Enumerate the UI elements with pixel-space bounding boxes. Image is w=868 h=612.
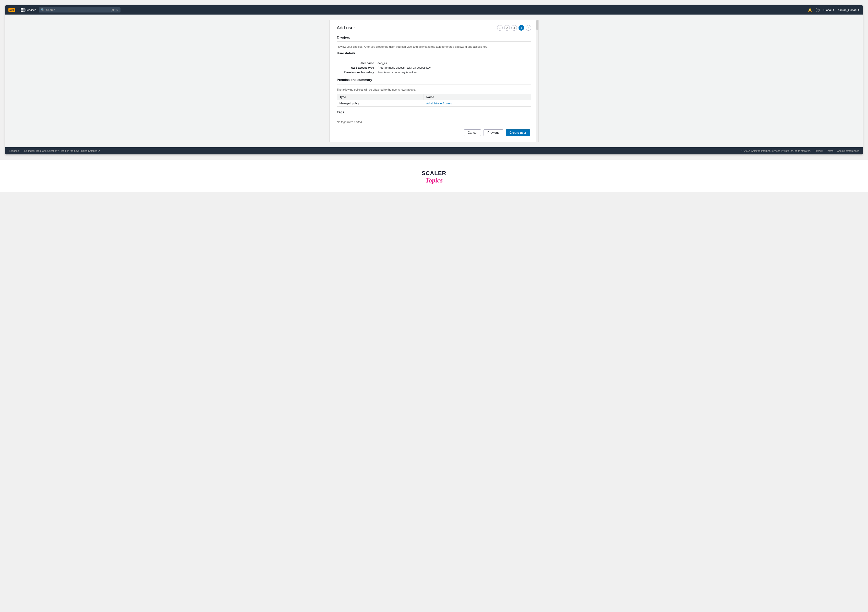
- add-user-header: Add user 1 2 3 4 5: [337, 25, 531, 31]
- access-type-label: AWS access type: [337, 66, 378, 69]
- feedback-link[interactable]: Feedback: [9, 150, 20, 152]
- scroll-thumb: [536, 20, 538, 30]
- privacy-link[interactable]: Privacy: [814, 150, 823, 152]
- detail-row-permissions-boundary: Permissions boundary Permissions boundar…: [337, 71, 531, 74]
- step-4-active: 4: [519, 25, 524, 31]
- footer: Feedback Looking for language selection?…: [5, 147, 863, 154]
- step-3: 3: [512, 25, 517, 31]
- scroll-indicator[interactable]: [536, 20, 538, 142]
- search-shortcut: [Alt+S]: [111, 9, 118, 11]
- review-divider: [337, 41, 531, 42]
- scaler-title: SCALER: [422, 170, 446, 177]
- access-type-value: Programmatic access - with an access key: [378, 66, 431, 69]
- col-name: Name: [423, 94, 531, 100]
- navbar: aws Services 🔍 [Alt+S] �: [5, 5, 863, 14]
- table-row: Managed policy AdministratorAccess: [337, 100, 531, 107]
- bell-icon[interactable]: 🔔: [808, 8, 812, 12]
- step-2: 2: [504, 25, 510, 31]
- username-label: User name: [337, 62, 378, 65]
- col-type: Type: [337, 94, 424, 100]
- permissions-summary-title: Permissions summary: [337, 78, 531, 82]
- services-label: Services: [26, 8, 36, 11]
- step-5: 5: [525, 25, 531, 31]
- review-title: Review: [337, 36, 531, 40]
- content-card: Add user 1 2 3 4 5 Review: [329, 20, 539, 142]
- search-icon: 🔍: [41, 8, 45, 12]
- user-caret: ▼: [857, 9, 860, 11]
- action-bar: Cancel Previous Create user: [330, 126, 538, 139]
- grid-icon: [21, 8, 25, 12]
- permissions-boundary-value: Permissions boundary is not set: [378, 71, 417, 74]
- step-1: 1: [497, 25, 503, 31]
- user-details-title: User details: [337, 51, 531, 55]
- region-selector[interactable]: Global ▼: [823, 8, 835, 11]
- navbar-right: 🔔 ? Global ▼ simran_kumari ▼: [808, 8, 860, 12]
- user-label: simran_kumari: [838, 8, 857, 11]
- terms-link[interactable]: Terms: [826, 150, 833, 152]
- permissions-boundary-label: Permissions boundary: [337, 71, 378, 74]
- scaler-topics-label: Topics: [425, 177, 443, 184]
- policy-name-cell[interactable]: AdministratorAccess: [423, 100, 531, 107]
- review-description: Review your choices. After you create th…: [337, 45, 531, 48]
- user-menu[interactable]: simran_kumari ▼: [838, 8, 860, 11]
- previous-button[interactable]: Previous: [484, 129, 503, 136]
- tags-title: Tags: [337, 110, 531, 114]
- permissions-summary-desc: The following policies will be attached …: [337, 88, 531, 91]
- search-bar[interactable]: 🔍 [Alt+S]: [39, 8, 121, 12]
- aws-logo[interactable]: aws: [8, 8, 16, 12]
- page-title: Add user: [337, 25, 355, 31]
- username-value: aws_cli: [378, 62, 387, 65]
- main-area: Add user 1 2 3 4 5 Review: [5, 14, 863, 147]
- permissions-table: Type Name Managed policy AdministratorAc…: [337, 94, 531, 107]
- detail-row-access-type: AWS access type Programmatic access - wi…: [337, 66, 531, 69]
- steps-container: 1 2 3 4 5: [497, 25, 531, 31]
- policy-type-cell: Managed policy: [337, 100, 424, 107]
- cookie-link[interactable]: Cookie preferences: [837, 150, 859, 152]
- create-user-button[interactable]: Create user: [506, 129, 530, 136]
- region-label: Global: [823, 8, 831, 11]
- footer-language-text: Looking for language selection? Find it …: [23, 150, 100, 152]
- aws-logo-text: aws: [8, 8, 16, 12]
- scaler-branding: SCALER Topics: [0, 160, 868, 192]
- help-icon[interactable]: ?: [816, 8, 820, 12]
- region-caret: ▼: [832, 9, 835, 11]
- no-tags-message: No tags were added.: [337, 121, 531, 124]
- footer-right: © 2022, Amazon Internet Services Private…: [741, 150, 859, 152]
- footer-copyright: © 2022, Amazon Internet Services Private…: [741, 150, 811, 152]
- unified-settings-link[interactable]: Unified Settings: [79, 150, 97, 152]
- cancel-button[interactable]: Cancel: [464, 129, 481, 136]
- search-input[interactable]: [46, 8, 109, 11]
- services-menu[interactable]: Services: [21, 8, 36, 12]
- detail-row-username: User name aws_cli: [337, 62, 531, 65]
- navbar-divider: [18, 8, 18, 12]
